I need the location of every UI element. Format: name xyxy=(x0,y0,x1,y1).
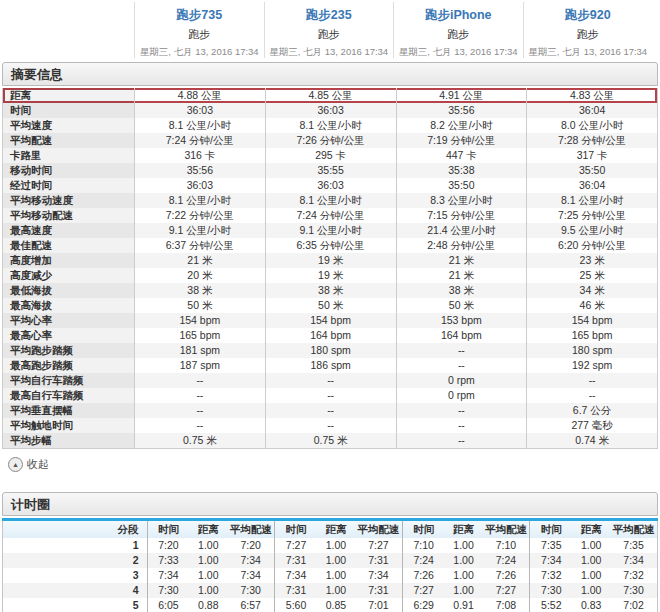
metric-value-col4: 154 bpm xyxy=(526,313,657,328)
lap-time: 7:31 xyxy=(275,583,317,598)
lap-group-col1: 7:301.007:30 xyxy=(147,583,275,598)
summary-row[interactable]: 平均配速7:24 分钟/公里7:26 分钟/公里7:19 分钟/公里7:28 分… xyxy=(3,133,657,148)
lap-distance: 1.00 xyxy=(317,583,355,598)
summary-row[interactable]: 卡路里316 卡295 卡447 卡317 卡 xyxy=(3,148,657,163)
summary-row[interactable]: 平均跑步踏频181 spm180 spm--180 spm xyxy=(3,343,657,358)
summary-row[interactable]: 最高跑步踏频187 spm186 spm--192 spm xyxy=(3,358,657,373)
summary-row[interactable]: 最高心率165 bpm164 bpm164 bpm165 bpm xyxy=(3,328,657,343)
summary-row[interactable]: 平均自行车踏频----0 rpm-- xyxy=(3,373,657,388)
activity-name-link[interactable]: 跑步iPhone xyxy=(394,7,523,24)
activity-type-label: 跑步 xyxy=(265,27,394,42)
summary-row[interactable]: 平均心率154 bpm154 bpm153 bpm154 bpm xyxy=(3,313,657,328)
summary-row[interactable]: 经过时间36:0336:0335:5036:04 xyxy=(3,178,657,193)
lap-segment-number: 4 xyxy=(3,583,147,598)
activity-name-link[interactable]: 跑步735 xyxy=(135,7,264,24)
summary-row[interactable]: 最高速度9.1 公里/小时9.1 公里/小时21.4 公里/小时9.5 公里/小… xyxy=(3,223,657,238)
metric-value-col2: -- xyxy=(265,418,396,433)
laps-section-header: 计时圈 xyxy=(2,492,658,516)
lap-time: 7:30 xyxy=(148,583,190,598)
metric-value-col2: 19 米 xyxy=(265,253,396,268)
laps-header-row: 分段时间距离平均配速时间距离平均配速时间距离平均配速时间距离平均配速 xyxy=(3,521,657,538)
lap-group-col1: 7:341.007:34 xyxy=(147,568,275,583)
summary-section-header: 摘要信息 xyxy=(2,62,658,86)
lap-segment-number: 5 xyxy=(3,598,147,612)
metric-label: 移动时间 xyxy=(3,163,134,178)
laps-header-group-3: 时间距离平均配速 xyxy=(402,521,530,538)
activity-name-link[interactable]: 跑步920 xyxy=(524,7,653,24)
metric-value-col2: 36:03 xyxy=(265,103,396,118)
lap-distance: 1.00 xyxy=(189,568,227,583)
summary-row[interactable]: 平均垂直摆幅------6.7 公分 xyxy=(3,403,657,418)
collapse-control[interactable]: ▲ 收起 xyxy=(8,457,49,472)
summary-row[interactable]: 最佳配速6:37 分钟/公里6:35 分钟/公里2:48 分钟/公里6:20 分… xyxy=(3,238,657,253)
lap-pace: 7:30 xyxy=(227,583,274,598)
metric-value-col4: 7:28 分钟/公里 xyxy=(526,133,657,148)
metric-value-col4: 34 米 xyxy=(526,283,657,298)
lap-pace: 7:02 xyxy=(610,598,657,612)
metric-label: 最佳配速 xyxy=(3,238,134,253)
summary-row[interactable]: 最低海拔38 米38 米38 米34 米 xyxy=(3,283,657,298)
metric-value-col4: -- xyxy=(526,388,657,403)
lap-group-col3: 7:101.007:10 xyxy=(402,538,530,553)
lap-row: 56:050.886:575:600.857:016:290.917:085:5… xyxy=(3,598,657,612)
metric-value-col1: 4.88 公里 xyxy=(134,88,265,103)
metric-label: 最高海拔 xyxy=(3,298,134,313)
lap-group-col4: 7:341.007:34 xyxy=(529,553,657,568)
summary-row[interactable]: 平均移动配速7:22 分钟/公里7:24 分钟/公里7:15 分钟/公里7:25… xyxy=(3,208,657,223)
laps-table: 分段时间距离平均配速时间距离平均配速时间距离平均配速时间距离平均配速17:201… xyxy=(2,521,658,612)
lap-row: 17:201.007:207:271.007:277:101.007:107:3… xyxy=(3,538,657,553)
lap-distance: 1.00 xyxy=(572,583,610,598)
activity-column-header-4: 跑步920跑步星期三, 七月 13, 2016 17:34 xyxy=(523,2,653,58)
metric-value-col2: 295 卡 xyxy=(265,148,396,163)
metric-label: 距离 xyxy=(3,88,134,103)
laps-time-header: 时间 xyxy=(530,521,572,538)
metric-value-col1: 50 米 xyxy=(134,298,265,313)
metric-label: 高度增加 xyxy=(3,253,134,268)
metric-label: 平均跑步踏频 xyxy=(3,343,134,358)
lap-pace: 7:34 xyxy=(227,553,274,568)
summary-row[interactable]: 平均步幅0.75 米0.75 米--0.74 米 xyxy=(3,433,657,448)
summary-row[interactable]: 高度减少20 米19 米21 米25 米 xyxy=(3,268,657,283)
activity-type-label: 跑步 xyxy=(135,27,264,42)
metric-value-col3: 21 米 xyxy=(396,268,527,283)
metric-value-col4: 36:04 xyxy=(526,178,657,193)
lap-time: 7:27 xyxy=(403,583,445,598)
metric-value-col1: -- xyxy=(134,403,265,418)
summary-row[interactable]: 平均触地时间------277 毫秒 xyxy=(3,418,657,433)
lap-row: 47:301.007:307:311.007:317:271.007:277:3… xyxy=(3,583,657,598)
lap-distance: 0.83 xyxy=(572,598,610,612)
summary-row[interactable]: 最高海拔50 米50 米50 米46 米 xyxy=(3,298,657,313)
summary-row[interactable]: 高度增加21 米19 米21 米23 米 xyxy=(3,253,657,268)
laps-pace-header: 平均配速 xyxy=(610,521,657,538)
laps-time-header: 时间 xyxy=(403,521,445,538)
metric-value-col2: 9.1 公里/小时 xyxy=(265,223,396,238)
metric-value-col2: 35:55 xyxy=(265,163,396,178)
summary-row[interactable]: 最高自行车踏频----0 rpm-- xyxy=(3,388,657,403)
lap-group-col4: 7:301.007:30 xyxy=(529,583,657,598)
metric-label: 最高心率 xyxy=(3,328,134,343)
activity-date-label: 星期三, 七月 13, 2016 17:34 xyxy=(135,46,264,59)
summary-row[interactable]: 距离4.88 公里4.85 公里4.91 公里4.83 公里 xyxy=(3,88,657,103)
activity-name-link[interactable]: 跑步235 xyxy=(265,7,394,24)
lap-distance: 1.00 xyxy=(572,538,610,553)
lap-group-col3: 6:290.917:08 xyxy=(402,598,530,612)
summary-row[interactable]: 平均速度8.1 公里/小时8.1 公里/小时8.2 公里/小时8.0 公里/小时 xyxy=(3,118,657,133)
summary-title: 摘要信息 xyxy=(11,67,63,82)
lap-distance: 1.00 xyxy=(317,568,355,583)
lap-pace: 6:57 xyxy=(227,598,274,612)
metric-label: 最高速度 xyxy=(3,223,134,238)
lap-time: 7:24 xyxy=(403,553,445,568)
metric-value-col2: 154 bpm xyxy=(265,313,396,328)
laps-time-header: 时间 xyxy=(148,521,190,538)
lap-row: 37:341.007:347:341.007:347:261.007:267:3… xyxy=(3,568,657,583)
lap-group-col3: 7:271.007:27 xyxy=(402,583,530,598)
lap-distance: 1.00 xyxy=(572,553,610,568)
summary-row[interactable]: 移动时间35:5635:5535:3835:50 xyxy=(3,163,657,178)
metric-value-col4: 23 米 xyxy=(526,253,657,268)
metric-value-col3: 8.3 公里/小时 xyxy=(396,193,527,208)
summary-row[interactable]: 平均移动速度8.1 公里/小时8.1 公里/小时8.3 公里/小时8.1 公里/… xyxy=(3,193,657,208)
metric-value-col3: 50 米 xyxy=(396,298,527,313)
summary-row[interactable]: 时间36:0336:0335:5636:04 xyxy=(3,103,657,118)
lap-pace: 7:08 xyxy=(483,598,530,612)
lap-group-col2: 7:341.007:34 xyxy=(274,568,402,583)
